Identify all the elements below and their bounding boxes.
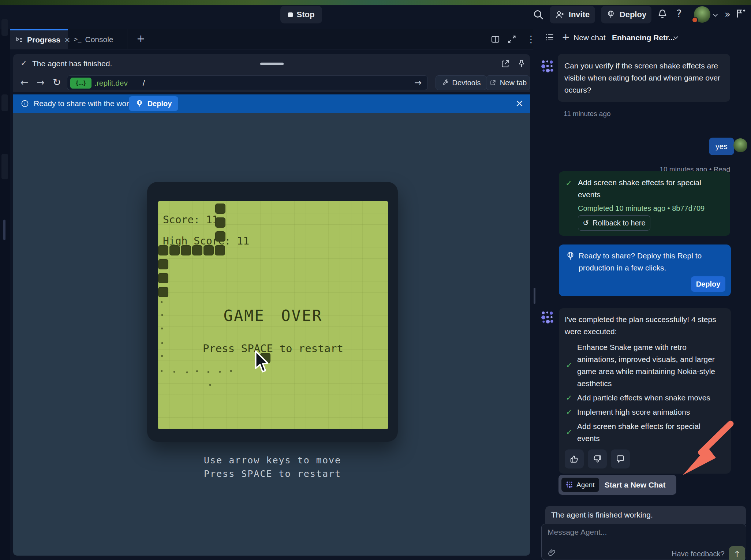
url-path: / — [143, 79, 145, 87]
desktop-background-strip — [0, 0, 751, 5]
thumbs-up-button[interactable] — [565, 449, 584, 468]
invite-button[interactable]: Invite — [550, 6, 595, 23]
attach-paperclip-icon[interactable] — [548, 548, 556, 557]
browser-toolbar: ← → ↻ {...} .replit.dev / → Devtools New… — [13, 73, 530, 92]
add-tab-icon[interactable]: + — [137, 34, 145, 44]
rail-scrollbar[interactable] — [3, 220, 5, 240]
drag-handle[interactable] — [260, 63, 284, 65]
start-new-chat-label: Start a New Chat — [605, 481, 666, 489]
start-new-chat-button[interactable]: Agent Start a New Chat — [558, 475, 676, 495]
particle — [161, 370, 162, 372]
url-host: .replit.dev — [94, 79, 128, 87]
info-icon — [20, 99, 29, 108]
particle — [173, 371, 175, 373]
game-screen[interactable]: Score: 11 High Score: 11 GAME OVER Press… — [158, 201, 388, 429]
agent-question-text: Can you verify if the screen shake effec… — [564, 60, 724, 96]
particle — [161, 355, 163, 357]
message-composer: Have feedback? ↑ — [541, 524, 746, 560]
new-chat-plus-icon[interactable]: + — [562, 32, 570, 42]
deploy-label: Deploy — [620, 10, 646, 19]
back-icon[interactable]: ← — [20, 78, 29, 87]
avatar-status-badge — [692, 17, 698, 23]
have-feedback-link[interactable]: Have feedback? — [672, 550, 725, 558]
rollback-label: Rollback to here — [593, 219, 646, 227]
agent-badge-label: Agent — [576, 481, 595, 489]
dock-item[interactable] — [1, 154, 8, 179]
particle — [161, 342, 163, 344]
new-chat-label[interactable]: New chat — [573, 33, 606, 42]
dock-item[interactable] — [1, 94, 8, 111]
user-message-bubble: yes — [709, 138, 734, 155]
plan-step: ✓Implement high score animations — [565, 406, 725, 418]
agent-avatar — [541, 59, 555, 74]
plan-step: ✓Enhance Snake game with retro animation… — [565, 341, 725, 389]
devtools-button[interactable]: Devtools — [436, 75, 487, 90]
new-tab-label: New tab — [500, 79, 527, 87]
thumbs-down-button[interactable] — [588, 449, 607, 468]
particle — [219, 371, 221, 373]
split-pane-icon[interactable] — [490, 34, 500, 44]
snake-segment — [203, 245, 214, 255]
pane-tab-bar: Progress × >_ Console + ⋮ — [10, 29, 533, 49]
expand-pane-icon[interactable] — [507, 34, 517, 44]
particle — [208, 371, 209, 373]
stop-button[interactable]: Stop — [280, 6, 322, 23]
forward-icon[interactable]: → — [37, 78, 45, 87]
devtools-label: Devtools — [452, 79, 481, 87]
chat-history-icon[interactable] — [545, 32, 555, 42]
wrench-icon — [442, 79, 449, 86]
summary-intro: I've completed the plan successfully! 4 … — [565, 313, 725, 337]
url-bar[interactable]: {...} .replit.dev / → — [67, 75, 428, 90]
invite-label: Invite — [569, 10, 590, 19]
plan-step-check-icon: ✓ — [565, 393, 573, 402]
go-arrow-icon[interactable]: → — [414, 78, 422, 87]
dock-item[interactable] — [1, 19, 8, 36]
deploy-promo-card: Ready to share? Deploy this Repl to prod… — [559, 244, 731, 296]
browser-viewport: Score: 11 High Score: 11 GAME OVER Press… — [13, 113, 530, 556]
snake-segment — [215, 217, 225, 228]
flag-plus-icon[interactable] — [735, 8, 746, 19]
thumbs-up-icon — [569, 454, 579, 464]
collapse-panel-icon[interactable]: » — [725, 10, 731, 19]
open-external-icon[interactable] — [501, 59, 510, 68]
refresh-icon[interactable]: ↻ — [53, 77, 61, 87]
agent-avatar — [541, 310, 555, 325]
deploy-button[interactable]: Deploy — [601, 6, 651, 23]
tab-console[interactable]: >_ Console — [68, 29, 127, 49]
checkpoint-check-icon: ✓ — [565, 179, 572, 187]
chat-title[interactable]: Enhancing Retr... — [612, 33, 675, 42]
stop-label: Stop — [297, 10, 315, 19]
tab-progress[interactable]: Progress × — [10, 29, 68, 49]
particle — [186, 372, 188, 373]
deploy-promo-button[interactable]: Deploy — [691, 276, 725, 292]
message-input[interactable] — [548, 528, 738, 544]
agent-finished-text: The agent has finished. — [32, 59, 112, 68]
agent-question-card: Can you verify if the screen shake effec… — [558, 54, 730, 102]
rollback-button[interactable]: ↺ Rollback to here — [578, 215, 650, 231]
particle — [209, 384, 211, 386]
new-tab-button[interactable]: New tab — [486, 75, 530, 90]
agent-question-time: 11 minutes ago — [564, 110, 611, 118]
panel-resize-handle[interactable] — [534, 288, 535, 304]
deploy-globe-icon — [565, 251, 575, 261]
mouse-cursor-icon — [254, 350, 272, 374]
deploy-promo-text: Ready to share? Deploy this Repl to prod… — [579, 250, 718, 274]
url-badge: {...} — [70, 78, 91, 89]
comment-button[interactable] — [611, 449, 630, 468]
check-icon: ✓ — [20, 59, 27, 67]
snake-segment — [181, 245, 191, 255]
banner-deploy-button[interactable]: Deploy — [129, 96, 178, 111]
hint-line-1: Use arrow keys to move — [147, 455, 398, 466]
left-dock-rail — [0, 29, 10, 560]
agent-logo-icon — [566, 481, 573, 489]
banner-close-icon[interactable]: × — [515, 98, 524, 108]
plan-step-check-icon: ✓ — [565, 361, 573, 370]
tab-progress-label: Progress — [27, 36, 60, 44]
help-icon[interactable]: ? — [676, 9, 682, 19]
send-button[interactable]: ↑ — [729, 546, 745, 560]
search-icon[interactable] — [533, 9, 544, 20]
agent-finished-bar: ✓ The agent has finished. — [13, 54, 530, 73]
notifications-bell-icon[interactable] — [657, 8, 668, 20]
account-chevron-down-icon[interactable] — [713, 12, 718, 17]
pin-icon[interactable] — [517, 59, 526, 68]
